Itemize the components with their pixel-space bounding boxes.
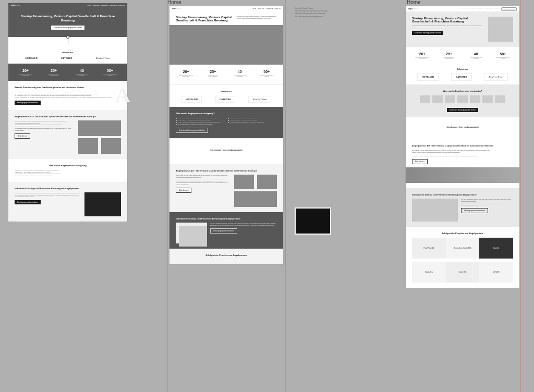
hero-cta-button[interactable]: Kostenloses Beratungsgespräch buchen [51, 26, 84, 30]
press-brand: Khaleej Times [96, 57, 111, 59]
press-brand: Khaleej Times [484, 74, 507, 80]
services-section: Leistungen (нет информации) [406, 117, 519, 139]
stats-section: 20+Startups mit Potential und Finanzieru… [406, 47, 519, 64]
nav-link[interactable]: ÜBER UNS [258, 8, 264, 9]
image-placeholder [257, 175, 277, 189]
nav-link[interactable]: PROJEKTE [101, 5, 108, 6]
project-tile[interactable]: Prizzl (Prison Art) [412, 238, 446, 259]
consult-title: Individuelle Startup und Franchise Berat… [176, 217, 277, 220]
projects-section: Erfolgreiche Projekte von Angelpreneur [169, 249, 283, 264]
unique-title: Was macht Angelpreneur einzigartig? [412, 90, 513, 92]
press-brand: Khaleej Times [248, 96, 271, 103]
projects-title: Erfolgreiche Projekte von Angelpreneur [412, 232, 513, 235]
nav-link[interactable]: HOME [252, 8, 257, 9]
consult-cta-button[interactable]: Beratungsgespräch vereinbaren [461, 208, 488, 213]
image-placeholder [406, 167, 519, 183]
stat: 40Länder, Expertise und Geschäfts [468, 52, 484, 59]
consult-text: Du profitierst von unserer Expertise und… [461, 202, 513, 206]
nav-link[interactable]: PORTFOLIO [110, 5, 117, 6]
nav-cta-button[interactable]: Beratungsgespräch [501, 7, 517, 11]
vc-section: Angelpreneur AG – Die Venture Capital Ge… [169, 164, 283, 212]
vc-title: Angelpreneur AG – Die Venture Capital Ge… [176, 169, 277, 172]
nav-link[interactable]: KONTAKT [118, 5, 125, 6]
meta-line: Rund-um Finanzierung mit Angelpreneur [295, 16, 331, 18]
image-placeholder [179, 226, 207, 247]
unique-title: Das macht Angelpreneur einzigartig [15, 164, 121, 167]
hero: Startup Finanzierung, Venture Capital Ge… [8, 7, 127, 37]
services-title: Leistungen (нет информации) [406, 126, 519, 128]
main-nav: HOME ÜBER UNS PROJEKTE PORTFOLIO KONTAKT [87, 5, 125, 6]
project-tile[interactable]: Kebabs Only [412, 262, 446, 283]
thumb [470, 95, 480, 103]
consult-text: Du profitierst von unserer Expertise und… [210, 225, 277, 227]
nav-link[interactable]: ÜBER UNS [93, 5, 100, 6]
consult-cta-button[interactable]: Beratungsgespräch vereinbaren [210, 228, 237, 234]
unique-bullet: Globales Netzwerk – Wahrheit in über 40 … [228, 119, 277, 120]
consult-title: Individuelle Startup und Franchise Berat… [412, 193, 513, 196]
unique-bullet: Eine Gemeinschaft an Investoren und erfa… [176, 124, 225, 125]
nav-link[interactable]: HOME [87, 5, 91, 6]
hero-image [488, 17, 513, 42]
nav-link[interactable]: ÜBER UNS [468, 7, 475, 11]
vc-title: Angelpreneur AG – Die Venture Capital Ge… [412, 144, 513, 147]
unique-bullet: Eine Gemeinschaft an Investoren und erfa… [15, 175, 121, 177]
brand-logo[interactable]: angelpreneur [11, 4, 20, 6]
project-tile[interactable]: German Doner Kebab (GDK) [446, 238, 480, 259]
unique-bullet: Systematisch – ein Leitfaden zu deinem e… [176, 119, 225, 120]
image-placeholder [84, 192, 121, 216]
consult-section: Individuelle Startup und Franchise Berat… [406, 188, 519, 227]
unique-bullet: Gründlich, offen und transparent – wir s… [228, 121, 277, 123]
unique-section: Was macht Angelpreneur einzigartig? Inve… [169, 107, 283, 138]
unique-cta-button[interactable]: Kostenloses Beratungsgespräch buchen [176, 128, 208, 133]
unique-section: Das macht Angelpreneur einzigartig Inves… [8, 159, 127, 182]
project-tile[interactable]: LE HUGO [479, 262, 513, 283]
thumb [445, 95, 455, 103]
stat: 40Länder, Expertise und Geschäfts [74, 69, 90, 76]
nav-link[interactable]: KONTAKT [274, 8, 281, 9]
nav-link[interactable]: KONTAKT [494, 7, 500, 11]
vc-text: Unsere Leidenschaft gilt innovativen Unt… [176, 178, 231, 180]
known-from: Bekannt aus HOTELIER CATERER Khaleej Tim… [8, 47, 127, 64]
meta-line: Startup für Startup Prozess [295, 7, 331, 9]
thumb [482, 95, 493, 103]
nav-link[interactable]: HOME [463, 7, 467, 11]
hero-title: Startup Finanzierung, Venture Capital Ge… [176, 16, 233, 22]
image-placeholder [234, 175, 254, 189]
guide-line [285, 0, 286, 392]
intro-text: Kontakt und Beratung für Gründung und Fi… [15, 97, 121, 99]
vc-text: Mit jahrzehntelanger unternehmerischer E… [412, 155, 513, 157]
unique-cta-button[interactable]: Kostenloses Beratungsgespräch buchen [447, 108, 478, 112]
press-brand: HOTELIER [181, 96, 202, 103]
vc-cta-button[interactable]: Mehr über uns [412, 159, 428, 164]
unique-bullet: Investition für Startups aus allen Wirts… [176, 117, 225, 118]
meta-line: Startup Finanzierung und Franchise Gründ… [295, 10, 331, 12]
main-nav: HOME ÜBER UNS PROJEKTE PORTFOLIO KONTAKT… [463, 7, 517, 11]
image-placeholder [101, 138, 121, 154]
nav-link[interactable]: PROJEKTE [476, 7, 483, 11]
nav-link[interactable]: PROJEKTE [266, 8, 273, 9]
projects-title: Erfolgreiche Projekte von Angelpreneur [176, 254, 277, 256]
consult-cta-button[interactable]: Beratungsgespräch vereinbaren [15, 200, 41, 204]
consult-text: Wir von Angelpreneur beraten dich gern, … [15, 192, 81, 194]
side-meta-notes: Startup für Startup Prozess Startup Fina… [295, 7, 331, 18]
brand-logo[interactable]: angelpreneur [408, 8, 418, 10]
intro-cta-button[interactable]: Beratungsgespräch vereinbaren [15, 101, 41, 105]
vc-text: Mit jahrzehntelanger unternehmerischer E… [15, 128, 75, 131]
topbar: angelpreneur HOME ÜBER UNS PROJEKTE PORT… [8, 3, 127, 7]
vc-cta-button[interactable]: Mehr über uns [15, 133, 30, 139]
project-tile[interactable]: Sweet.Ch [479, 238, 513, 259]
hero-cta-button[interactable]: Kostenloses Beratungsgespräch buchen [412, 31, 443, 35]
consult-text: Wir von Angelpreneur beraten dich gern, … [210, 223, 277, 225]
consult-text: Melde dich unverbindlich bei uns. [15, 196, 81, 198]
brand-logo[interactable]: angelpreneur [172, 7, 181, 9]
stat: 20+Startups mit Potential und Finanzieru… [18, 69, 33, 76]
hero-image [169, 25, 283, 65]
nav-link[interactable]: PORTFOLIO [484, 7, 492, 11]
consult-title: Individuelle Startup und Franchise Berat… [15, 187, 121, 190]
vc-cta-button[interactable]: Mehr über uns [176, 188, 191, 193]
press-brand: CATERER [215, 96, 235, 103]
project-tile[interactable]: Kitchen Only [446, 262, 480, 283]
consult-section: Individuelle Startup und Franchise Berat… [8, 182, 127, 222]
topbar: angelpreneur HOME ÜBER UNS PROJEKTE PORT… [406, 6, 519, 11]
vc-section: Angelpreneur AG – Die Venture Capital Ge… [406, 139, 519, 188]
